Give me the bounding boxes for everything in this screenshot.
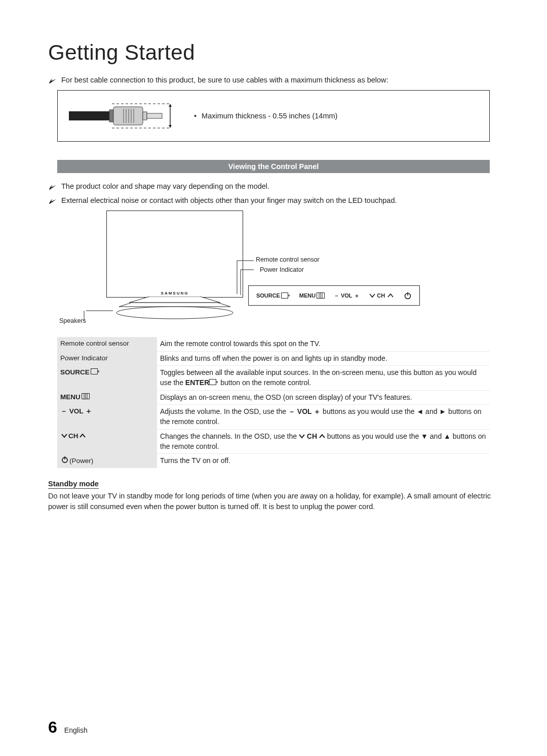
- panel-ch-label: CH: [377, 292, 385, 299]
- table-row: SOURCE Toggles between all the available…: [57, 366, 490, 391]
- control-panel-bar: SOURCE MENU － VOL ＋ CH: [248, 285, 420, 306]
- table-row: － VOL ＋Adjusts the volume. In the OSD, u…: [57, 405, 490, 429]
- panel-vol-label: VOL: [341, 292, 353, 299]
- svg-rect-20: [281, 293, 288, 299]
- panel-menu: MENU: [299, 292, 325, 299]
- svg-rect-3: [69, 111, 109, 120]
- chevron-up-icon: [387, 293, 394, 298]
- svg-point-13: [116, 307, 233, 319]
- table-row: Power IndicatorBlinks and turns off when…: [57, 351, 490, 366]
- note-icon: [48, 183, 57, 191]
- note-icon: [48, 197, 57, 205]
- table-desc-cell: Adjusts the volume. In the OSD, use the …: [157, 405, 490, 429]
- table-label-cell: － VOL ＋: [57, 405, 157, 429]
- table-label-cell: SOURCE: [57, 366, 157, 391]
- table-row: (Power)Turns the TV on or off.: [57, 454, 490, 468]
- control-panel-table: Remote control sensorAim the remote cont…: [57, 337, 490, 468]
- tv-stand: [114, 297, 236, 321]
- table-label-cell: Remote control sensor: [57, 337, 157, 351]
- svg-rect-11: [143, 112, 147, 120]
- panel-vol: － VOL ＋: [334, 292, 360, 300]
- note-vary: The product color and shape may vary dep…: [48, 182, 499, 190]
- cable-diagram: [69, 100, 173, 132]
- footer-language: English: [64, 726, 88, 734]
- panel-source-label: SOURCE: [256, 292, 280, 299]
- svg-rect-5: [113, 107, 143, 125]
- callout-line-speakers-v: [81, 311, 87, 321]
- enter-icon: [281, 292, 290, 299]
- note-text: External electrical noise or contact wit…: [61, 196, 499, 204]
- panel-vol-minus: －: [334, 292, 339, 300]
- note-text: The product color and shape may vary dep…: [61, 182, 499, 190]
- page-number: 6: [48, 718, 57, 737]
- callout-power-indicator: Power Indicator: [260, 266, 304, 273]
- panel-source: SOURCE: [256, 292, 290, 299]
- page-footer: 6 English: [48, 718, 88, 737]
- note-text: For best cable connection to this produc…: [61, 76, 499, 84]
- table-desc-cell: Blinks and turns off when the power is o…: [157, 351, 490, 366]
- table-row: CH Changes the channels. In the OSD, use…: [57, 429, 490, 454]
- standby-text: Do not leave your TV in standby mode for…: [48, 491, 499, 512]
- table-label-cell: Power Indicator: [57, 351, 157, 366]
- svg-rect-4: [109, 110, 113, 122]
- callout-remote-sensor: Remote control sensor: [256, 256, 320, 263]
- note-icon: [48, 76, 57, 85]
- brand-label: SAMSUNG: [161, 291, 189, 296]
- callout-line-speakers: [86, 308, 114, 313]
- table-label-cell: MENU: [57, 390, 157, 405]
- power-icon: [404, 291, 412, 300]
- standby-heading: Standby mode: [48, 480, 99, 489]
- section-heading: Viewing the Control Panel: [57, 160, 490, 173]
- page-title: Getting Started: [48, 40, 499, 65]
- note-noise: External electrical noise or contact wit…: [48, 196, 499, 204]
- chevron-down-icon: [369, 293, 375, 298]
- tv-diagram: SAMSUNG Remote control sensor Power Indi…: [48, 211, 499, 326]
- table-desc-cell: Toggles between all the available input …: [157, 366, 490, 391]
- table-label-cell: CH: [57, 429, 157, 454]
- panel-power: [403, 291, 412, 300]
- svg-rect-28: [210, 380, 216, 385]
- table-row: Remote control sensorAim the remote cont…: [57, 337, 490, 351]
- table-desc-cell: Turns the TV on or off.: [157, 454, 490, 468]
- cable-thickness-box: Maximum thickness - 0.55 inches (14mm): [57, 90, 490, 142]
- table-desc-cell: Aim the remote control towards this spot…: [157, 337, 490, 351]
- svg-rect-27: [91, 369, 97, 374]
- panel-vol-plus: ＋: [354, 292, 360, 300]
- table-label-cell: (Power): [57, 454, 157, 468]
- table-desc-cell: Changes the channels. In the OSD, use th…: [157, 429, 490, 454]
- tv-outline: SAMSUNG: [106, 211, 243, 298]
- thickness-list: Maximum thickness - 0.55 inches (14mm): [194, 112, 337, 120]
- table-desc-cell: Displays an on-screen menu, the OSD (on …: [157, 390, 490, 405]
- table-row: MENU Displays an on-screen menu, the OSD…: [57, 390, 490, 405]
- panel-ch: CH: [368, 292, 394, 299]
- panel-menu-label: MENU: [299, 292, 316, 299]
- menu-icon: [317, 292, 325, 299]
- svg-rect-12: [147, 113, 162, 118]
- note-cable: For best cable connection to this produc…: [48, 76, 499, 84]
- thickness-item: Maximum thickness - 0.55 inches (14mm): [194, 112, 337, 120]
